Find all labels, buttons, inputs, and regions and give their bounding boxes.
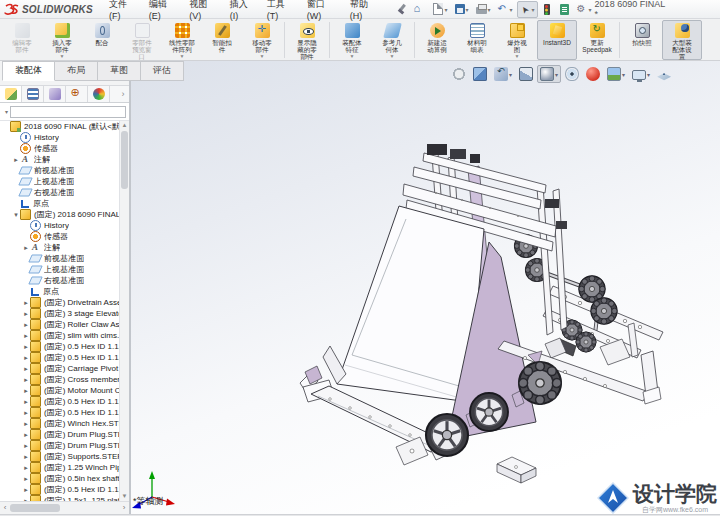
assembly-features-button[interactable]: 装配体 特征▼ xyxy=(332,20,372,60)
tree-item[interactable]: History xyxy=(0,220,119,231)
tab-装配体[interactable]: 装配体 xyxy=(2,61,55,81)
dropdown-caret-icon[interactable]: ▾ xyxy=(622,71,625,78)
tree-vertical-scrollbar[interactable]: ▲ ▼ xyxy=(119,121,129,501)
panel-tab-displaymanager[interactable] xyxy=(88,86,110,102)
tree-item[interactable]: ▾(固定) 2018 6090 FINAL.STEP< xyxy=(0,209,119,220)
panel-tab-configurationmanager[interactable] xyxy=(44,86,66,102)
smart-fasteners-button[interactable]: 智能扣 件 xyxy=(202,20,242,60)
dropdown-caret-icon[interactable]: ▾ xyxy=(509,71,512,78)
expander-collapsed-icon[interactable]: ▸ xyxy=(22,473,30,484)
linear-component-pattern-button[interactable]: 线性零部 件阵列▼ xyxy=(162,20,202,60)
reference-geometry-button[interactable]: 参考几 何体▼ xyxy=(372,20,412,60)
tree-item[interactable]: ▸(固定) 0.5in hex shaft colla xyxy=(0,473,119,484)
dropdown-caret-icon[interactable]: ▼ xyxy=(180,54,185,59)
panel-tab-featuremanager[interactable] xyxy=(0,86,22,102)
tree-filter-input[interactable] xyxy=(10,106,126,118)
expander-collapsed-icon[interactable]: ▸ xyxy=(22,297,30,308)
expander-collapsed-icon[interactable]: ▸ xyxy=(22,308,30,319)
large-assembly-settings-button[interactable]: 大型装 配体设 置 xyxy=(662,20,702,60)
tree-item[interactable]: ▸(固定) 0.5 Hex ID 1.125OD xyxy=(0,396,119,407)
expander-collapsed-icon[interactable]: ▸ xyxy=(22,242,30,253)
edit-appearance-button[interactable] xyxy=(583,65,603,83)
expander-collapsed-icon[interactable]: ▸ xyxy=(22,352,30,363)
scroll-down-icon[interactable]: ▼ xyxy=(122,492,128,501)
tree-item[interactable]: ▸注解 xyxy=(0,154,119,165)
zoom-area-button[interactable] xyxy=(470,65,490,83)
scroll-up-icon[interactable]: ▲ xyxy=(122,121,128,130)
horizontal-scroll-thumb[interactable] xyxy=(10,504,60,512)
view-settings-button[interactable]: ▾ xyxy=(629,67,653,82)
tab-草图[interactable]: 草图 xyxy=(98,61,141,81)
expander-expanded-icon[interactable]: ▾ xyxy=(12,209,20,220)
print-button[interactable]: ▾ xyxy=(473,1,494,18)
tree-item[interactable]: ▸(固定) 0.5 Hex ID 1.125OD xyxy=(0,484,119,495)
tree-item[interactable]: 2018 6090 FINAL (默认<默认_显示 xyxy=(0,121,119,132)
move-component-button[interactable]: 移动零 部件▼ xyxy=(242,20,282,60)
expander-collapsed-icon[interactable]: ▸ xyxy=(22,484,30,495)
zoom-fit-button[interactable] xyxy=(449,65,469,83)
filter-caret-icon[interactable]: ▾ xyxy=(5,108,8,115)
take-snapshot-button[interactable]: 拍快照 xyxy=(622,20,662,60)
tree-item[interactable]: ▸(固定) Motor Mount Cross xyxy=(0,385,119,396)
apply-scene-button[interactable]: ▾ xyxy=(604,65,628,83)
tree-horizontal-scrollbar[interactable]: ‹ › xyxy=(0,501,129,514)
tree-item[interactable]: ▸(固定) Drum Plug.STEP<1> xyxy=(0,429,119,440)
dropdown-caret-icon[interactable]: ▼ xyxy=(60,54,65,59)
expander-collapsed-icon[interactable]: ▸ xyxy=(22,429,30,440)
update-speedpak-button[interactable]: 更新 Speedpak xyxy=(577,20,617,60)
dropdown-caret-icon[interactable]: ▾ xyxy=(466,6,469,13)
tree-item[interactable]: ▸(固定) 0.5 Hex ID 1.125OD xyxy=(0,352,119,363)
undo-button[interactable]: ▾ xyxy=(495,1,516,18)
dropdown-caret-icon[interactable]: ▾ xyxy=(589,6,592,13)
tree-item[interactable]: 前视基准面 xyxy=(0,253,119,264)
expander-collapsed-icon[interactable]: ▸ xyxy=(22,396,30,407)
tree-item[interactable]: ▸(固定) Supports.STEP<1> ( xyxy=(0,451,119,462)
expander-collapsed-icon[interactable]: ▸ xyxy=(22,451,30,462)
dropdown-caret-icon[interactable]: ▼ xyxy=(305,54,310,59)
menu-window[interactable]: 窗口(W) xyxy=(301,0,344,22)
dropdown-caret-icon[interactable]: ▼ xyxy=(350,54,355,59)
tree-item[interactable]: 传感器 xyxy=(0,143,119,154)
menu-tools[interactable]: 工具(T) xyxy=(261,0,301,22)
expander-collapsed-icon[interactable]: ▸ xyxy=(22,319,30,330)
scroll-right-icon[interactable]: › xyxy=(119,502,129,514)
expander-collapsed-icon[interactable]: ▸ xyxy=(22,363,30,374)
tree-item[interactable]: ▸注解 xyxy=(0,242,119,253)
expander-collapsed-icon[interactable]: ▸ xyxy=(22,462,30,473)
scroll-left-icon[interactable]: ‹ xyxy=(0,502,10,514)
menu-edit[interactable]: 编辑(E) xyxy=(143,0,183,22)
tree-item[interactable]: ▸(固定) Drum Plug.STEP<2> xyxy=(0,440,119,451)
3d-drawing-view-button[interactable] xyxy=(654,65,674,83)
bill-of-materials-button[interactable]: 材料明 细表 xyxy=(457,20,497,60)
display-style-button[interactable]: ▾ xyxy=(537,65,561,83)
tab-评估[interactable]: 评估 xyxy=(141,61,184,81)
tree-item[interactable]: 原点 xyxy=(0,198,119,209)
menu-help[interactable]: 帮助(H) xyxy=(344,0,385,22)
dropdown-caret-icon[interactable]: ▾ xyxy=(445,6,448,13)
tree-item[interactable]: ▸(固定) slim with cims.STEP- xyxy=(0,330,119,341)
instant3d-button[interactable]: Instant3D xyxy=(537,20,577,60)
tree-item[interactable]: 原点 xyxy=(0,286,119,297)
expander-collapsed-icon[interactable]: ▸ xyxy=(22,330,30,341)
expander-collapsed-icon[interactable]: ▸ xyxy=(22,418,30,429)
rebuild-button[interactable] xyxy=(539,1,555,18)
tree-item[interactable]: ▸(固定) Drivetrain Assembly xyxy=(0,297,119,308)
tree-item[interactable]: ▸(固定) Cross member.STEP xyxy=(0,374,119,385)
pin-button[interactable] xyxy=(393,1,410,18)
dropdown-caret-icon[interactable]: ▼ xyxy=(515,54,520,59)
show-hidden-components-button[interactable]: 显示隐 藏的零 部件▼ xyxy=(287,20,327,60)
tree-item[interactable]: ▸(固定) Carriage Pivot Hex.S xyxy=(0,363,119,374)
dropdown-caret-icon[interactable]: ▾ xyxy=(555,71,558,78)
tree-item[interactable]: ▸(固定) 3 stage Elevator ass xyxy=(0,308,119,319)
tree-item[interactable]: ▸(固定) 0.5 Hex ID 1.125OD xyxy=(0,341,119,352)
dropdown-caret-icon[interactable]: ▾ xyxy=(488,6,491,13)
tree-item[interactable]: History xyxy=(0,132,119,143)
tab-布局[interactable]: 布局 xyxy=(55,61,98,81)
expander-collapsed-icon[interactable]: ▸ xyxy=(22,440,30,451)
expander-collapsed-icon[interactable]: ▸ xyxy=(12,154,20,165)
tree-item[interactable]: 右视基准面 xyxy=(0,187,119,198)
expander-collapsed-icon[interactable]: ▸ xyxy=(22,341,30,352)
menu-insert[interactable]: 插入(I) xyxy=(224,0,261,22)
exploded-view-button[interactable]: 爆炸视 图▼ xyxy=(497,20,537,60)
tree-item[interactable]: ▸(固定) Roller Claw Assembl xyxy=(0,319,119,330)
